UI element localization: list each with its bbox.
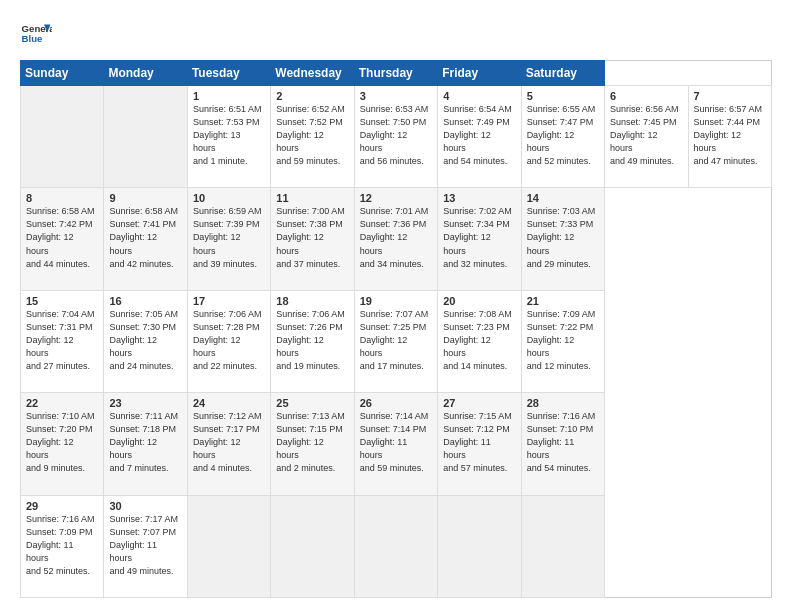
calendar-header-thursday: Thursday — [354, 61, 437, 86]
day-info: Sunrise: 6:54 AM Sunset: 7:49 PM Dayligh… — [443, 103, 515, 168]
calendar-week-1: 8Sunrise: 6:58 AM Sunset: 7:42 PM Daylig… — [21, 188, 772, 290]
calendar-cell: 5Sunrise: 6:55 AM Sunset: 7:47 PM Daylig… — [521, 86, 604, 188]
day-number: 16 — [109, 295, 181, 307]
day-info: Sunrise: 6:57 AM Sunset: 7:44 PM Dayligh… — [694, 103, 767, 168]
calendar-header-saturday: Saturday — [521, 61, 604, 86]
day-number: 4 — [443, 90, 515, 102]
calendar-cell: 25Sunrise: 7:13 AM Sunset: 7:15 PM Dayli… — [271, 393, 354, 495]
day-number: 3 — [360, 90, 432, 102]
day-number: 1 — [193, 90, 265, 102]
day-info: Sunrise: 7:17 AM Sunset: 7:07 PM Dayligh… — [109, 513, 181, 578]
calendar-week-4: 29Sunrise: 7:16 AM Sunset: 7:09 PM Dayli… — [21, 495, 772, 597]
day-info: Sunrise: 7:16 AM Sunset: 7:09 PM Dayligh… — [26, 513, 98, 578]
day-number: 13 — [443, 192, 515, 204]
calendar-cell: 18Sunrise: 7:06 AM Sunset: 7:26 PM Dayli… — [271, 290, 354, 392]
day-info: Sunrise: 7:11 AM Sunset: 7:18 PM Dayligh… — [109, 410, 181, 475]
day-info: Sunrise: 7:13 AM Sunset: 7:15 PM Dayligh… — [276, 410, 348, 475]
day-number: 10 — [193, 192, 265, 204]
calendar-header-monday: Monday — [104, 61, 187, 86]
day-number: 12 — [360, 192, 432, 204]
day-number: 29 — [26, 500, 98, 512]
calendar-week-2: 15Sunrise: 7:04 AM Sunset: 7:31 PM Dayli… — [21, 290, 772, 392]
calendar-cell: 20Sunrise: 7:08 AM Sunset: 7:23 PM Dayli… — [438, 290, 521, 392]
day-info: Sunrise: 6:52 AM Sunset: 7:52 PM Dayligh… — [276, 103, 348, 168]
calendar-cell: 23Sunrise: 7:11 AM Sunset: 7:18 PM Dayli… — [104, 393, 187, 495]
day-number: 5 — [527, 90, 599, 102]
calendar-cell — [521, 495, 604, 597]
calendar-header-friday: Friday — [438, 61, 521, 86]
day-info: Sunrise: 7:10 AM Sunset: 7:20 PM Dayligh… — [26, 410, 98, 475]
day-info: Sunrise: 7:15 AM Sunset: 7:12 PM Dayligh… — [443, 410, 515, 475]
day-number: 30 — [109, 500, 181, 512]
day-number: 22 — [26, 397, 98, 409]
day-info: Sunrise: 6:58 AM Sunset: 7:41 PM Dayligh… — [109, 205, 181, 270]
calendar-cell: 3Sunrise: 6:53 AM Sunset: 7:50 PM Daylig… — [354, 86, 437, 188]
calendar-cell: 1Sunrise: 6:51 AM Sunset: 7:53 PM Daylig… — [187, 86, 270, 188]
day-info: Sunrise: 7:12 AM Sunset: 7:17 PM Dayligh… — [193, 410, 265, 475]
logo: General Blue — [20, 18, 52, 50]
day-info: Sunrise: 6:59 AM Sunset: 7:39 PM Dayligh… — [193, 205, 265, 270]
day-number: 19 — [360, 295, 432, 307]
calendar-cell — [104, 86, 187, 188]
calendar-cell: 19Sunrise: 7:07 AM Sunset: 7:25 PM Dayli… — [354, 290, 437, 392]
calendar-cell: 2Sunrise: 6:52 AM Sunset: 7:52 PM Daylig… — [271, 86, 354, 188]
calendar-header-row: SundayMondayTuesdayWednesdayThursdayFrid… — [21, 61, 772, 86]
calendar-cell — [354, 495, 437, 597]
calendar-cell: 30Sunrise: 7:17 AM Sunset: 7:07 PM Dayli… — [104, 495, 187, 597]
calendar-cell: 26Sunrise: 7:14 AM Sunset: 7:14 PM Dayli… — [354, 393, 437, 495]
day-info: Sunrise: 7:05 AM Sunset: 7:30 PM Dayligh… — [109, 308, 181, 373]
calendar-cell: 22Sunrise: 7:10 AM Sunset: 7:20 PM Dayli… — [21, 393, 104, 495]
day-number: 24 — [193, 397, 265, 409]
day-number: 27 — [443, 397, 515, 409]
day-info: Sunrise: 6:56 AM Sunset: 7:45 PM Dayligh… — [610, 103, 682, 168]
calendar-cell: 4Sunrise: 6:54 AM Sunset: 7:49 PM Daylig… — [438, 86, 521, 188]
calendar-cell: 21Sunrise: 7:09 AM Sunset: 7:22 PM Dayli… — [521, 290, 604, 392]
calendar-cell: 27Sunrise: 7:15 AM Sunset: 7:12 PM Dayli… — [438, 393, 521, 495]
day-number: 25 — [276, 397, 348, 409]
day-info: Sunrise: 6:55 AM Sunset: 7:47 PM Dayligh… — [527, 103, 599, 168]
svg-text:Blue: Blue — [22, 33, 43, 44]
day-number: 23 — [109, 397, 181, 409]
calendar-header-wednesday: Wednesday — [271, 61, 354, 86]
calendar-cell — [438, 495, 521, 597]
calendar-header-tuesday: Tuesday — [187, 61, 270, 86]
day-number: 15 — [26, 295, 98, 307]
calendar-cell: 10Sunrise: 6:59 AM Sunset: 7:39 PM Dayli… — [187, 188, 270, 290]
day-number: 2 — [276, 90, 348, 102]
day-info: Sunrise: 7:07 AM Sunset: 7:25 PM Dayligh… — [360, 308, 432, 373]
day-number: 17 — [193, 295, 265, 307]
day-info: Sunrise: 6:58 AM Sunset: 7:42 PM Dayligh… — [26, 205, 98, 270]
day-info: Sunrise: 7:14 AM Sunset: 7:14 PM Dayligh… — [360, 410, 432, 475]
calendar-body: 1Sunrise: 6:51 AM Sunset: 7:53 PM Daylig… — [21, 86, 772, 598]
day-info: Sunrise: 6:53 AM Sunset: 7:50 PM Dayligh… — [360, 103, 432, 168]
calendar-cell — [21, 86, 104, 188]
day-number: 20 — [443, 295, 515, 307]
day-info: Sunrise: 7:06 AM Sunset: 7:28 PM Dayligh… — [193, 308, 265, 373]
calendar-cell: 13Sunrise: 7:02 AM Sunset: 7:34 PM Dayli… — [438, 188, 521, 290]
day-number: 26 — [360, 397, 432, 409]
day-info: Sunrise: 7:16 AM Sunset: 7:10 PM Dayligh… — [527, 410, 599, 475]
calendar-cell: 8Sunrise: 6:58 AM Sunset: 7:42 PM Daylig… — [21, 188, 104, 290]
day-number: 28 — [527, 397, 599, 409]
calendar-header-sunday: Sunday — [21, 61, 104, 86]
day-number: 18 — [276, 295, 348, 307]
calendar-cell: 16Sunrise: 7:05 AM Sunset: 7:30 PM Dayli… — [104, 290, 187, 392]
calendar-cell: 29Sunrise: 7:16 AM Sunset: 7:09 PM Dayli… — [21, 495, 104, 597]
calendar-cell: 28Sunrise: 7:16 AM Sunset: 7:10 PM Dayli… — [521, 393, 604, 495]
day-number: 6 — [610, 90, 682, 102]
day-number: 14 — [527, 192, 599, 204]
day-info: Sunrise: 7:04 AM Sunset: 7:31 PM Dayligh… — [26, 308, 98, 373]
day-number: 11 — [276, 192, 348, 204]
logo-icon: General Blue — [20, 18, 52, 50]
calendar-cell: 24Sunrise: 7:12 AM Sunset: 7:17 PM Dayli… — [187, 393, 270, 495]
day-info: Sunrise: 7:09 AM Sunset: 7:22 PM Dayligh… — [527, 308, 599, 373]
calendar-cell: 11Sunrise: 7:00 AM Sunset: 7:38 PM Dayli… — [271, 188, 354, 290]
calendar-cell: 6Sunrise: 6:56 AM Sunset: 7:45 PM Daylig… — [605, 86, 688, 188]
day-info: Sunrise: 7:01 AM Sunset: 7:36 PM Dayligh… — [360, 205, 432, 270]
calendar-table: SundayMondayTuesdayWednesdayThursdayFrid… — [20, 60, 772, 598]
calendar-week-3: 22Sunrise: 7:10 AM Sunset: 7:20 PM Dayli… — [21, 393, 772, 495]
calendar-cell: 9Sunrise: 6:58 AM Sunset: 7:41 PM Daylig… — [104, 188, 187, 290]
day-info: Sunrise: 6:51 AM Sunset: 7:53 PM Dayligh… — [193, 103, 265, 168]
day-number: 9 — [109, 192, 181, 204]
calendar-cell: 12Sunrise: 7:01 AM Sunset: 7:36 PM Dayli… — [354, 188, 437, 290]
